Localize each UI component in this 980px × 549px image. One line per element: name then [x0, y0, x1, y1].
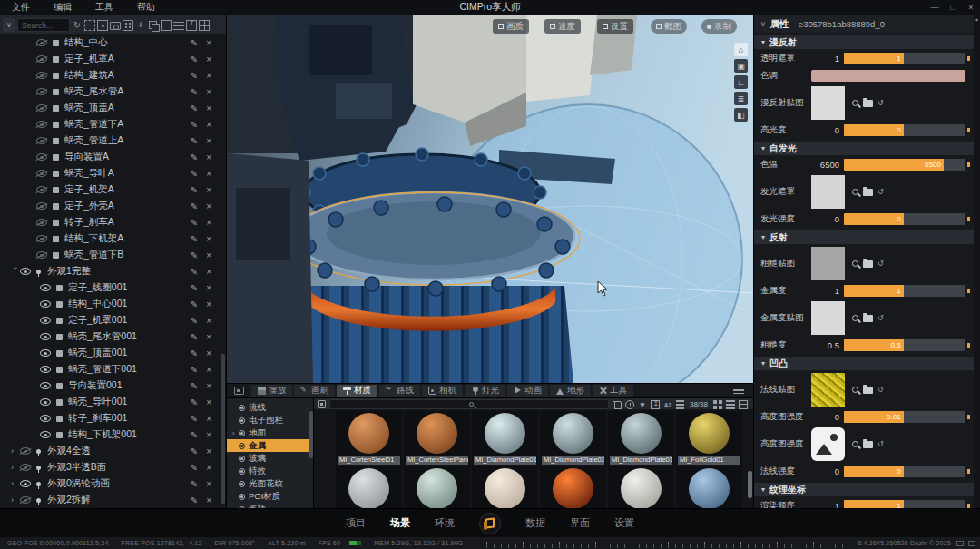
nav-item[interactable]: 场景 [390, 516, 410, 530]
visibility-eye-icon[interactable] [40, 431, 51, 438]
material-search-input[interactable] [329, 399, 609, 409]
delete-icon[interactable]: × [206, 87, 211, 97]
edit-icon[interactable]: ✎ [191, 87, 198, 97]
section-uv[interactable]: ▾ 纹理坐标 [754, 483, 974, 496]
material-tile[interactable]: MI_CortenSteelPane [404, 411, 470, 465]
tint-color-swatch[interactable] [811, 70, 965, 82]
reset-icon[interactable]: ↺ [877, 99, 884, 107]
mode-tab[interactable]: 动画 [507, 385, 548, 397]
folder-icon[interactable] [863, 260, 873, 268]
delete-icon[interactable]: × [206, 218, 211, 228]
viewport-overlay-button[interactable]: 录制 [701, 19, 737, 34]
edit-icon[interactable]: ✎ [191, 348, 198, 358]
edit-icon[interactable]: ✎ [191, 430, 198, 440]
sort-az-icon[interactable]: AZ [663, 400, 672, 409]
tab-list-icon[interactable] [733, 387, 744, 395]
menu-item[interactable]: 编辑 [42, 1, 83, 14]
material-node-icon[interactable] [318, 400, 326, 408]
material-tile[interactable]: MI_DiamondPlate02 [540, 411, 606, 465]
delete-icon[interactable]: × [206, 283, 211, 293]
browse-map-icon[interactable] [852, 315, 858, 321]
marquee-select-icon[interactable] [84, 20, 95, 31]
edit-icon[interactable]: ✎ [191, 479, 198, 489]
record-video-icon[interactable] [122, 20, 133, 31]
visibility-eye-icon[interactable] [36, 121, 47, 128]
delete-icon[interactable]: × [206, 414, 211, 424]
favorite-icon[interactable]: ♥ [638, 400, 647, 409]
visibility-eye-icon[interactable] [20, 464, 31, 471]
scroll-up-icon[interactable]: ▴ [974, 15, 980, 24]
menu-item[interactable]: 帮助 [125, 1, 167, 14]
visibility-eye-icon[interactable] [36, 202, 47, 210]
nav-item[interactable]: 环境 [435, 516, 455, 530]
delete-icon[interactable]: × [206, 446, 211, 456]
browse-map-icon[interactable] [852, 189, 858, 195]
viewport-3d[interactable]: 画质 速度 设置 截图 录制 [227, 15, 753, 383]
edit-icon[interactable]: ✎ [191, 446, 198, 456]
delete-icon[interactable]: × [206, 103, 211, 113]
mode-tab[interactable]: 工具 [593, 385, 633, 397]
reset-icon[interactable]: ↺ [877, 260, 884, 268]
delete-icon[interactable]: × [206, 381, 211, 391]
delete-icon[interactable]: × [206, 348, 211, 358]
filter-dropdown[interactable]: ∨ [3, 18, 15, 32]
visibility-eye-icon[interactable] [40, 284, 51, 291]
reset-icon[interactable]: ↺ [877, 314, 884, 322]
list-view-icon[interactable] [726, 400, 735, 409]
edit-icon[interactable]: ✎ [191, 201, 198, 211]
edit-icon[interactable]: ✎ [191, 463, 198, 473]
visibility-eye-icon[interactable] [40, 366, 51, 373]
visibility-eye-icon[interactable] [40, 333, 51, 340]
grid-view-icon[interactable] [713, 400, 722, 409]
edit-icon[interactable]: ✎ [191, 152, 198, 162]
visibility-eye-icon[interactable] [20, 268, 31, 275]
glow-strength-slider[interactable]: 0 [844, 213, 965, 225]
delete-icon[interactable]: × [206, 397, 211, 407]
tree-row[interactable]: › 外观2拆解 ✎ × [0, 492, 226, 508]
delete-icon[interactable]: × [206, 479, 211, 489]
sort-icon[interactable] [676, 400, 684, 409]
expand-arrow-icon[interactable]: › [11, 446, 20, 456]
tree-row[interactable]: › 外观4全透 ✎ × [0, 443, 226, 459]
viewport-overlay-button[interactable]: 速度 [544, 19, 581, 34]
visibility-eye-icon[interactable] [20, 447, 31, 455]
timeline-ruler[interactable] [486, 542, 848, 548]
close-button[interactable]: × [962, 3, 980, 12]
tree-row[interactable]: › 定子_机罩A ✎ × [0, 51, 226, 67]
collapse-chevron-icon[interactable]: ∨ [760, 20, 766, 28]
gizmo-icon[interactable]: ⌂ [734, 43, 748, 56]
browse-map-icon[interactable] [852, 441, 858, 447]
edit-icon[interactable]: ✎ [191, 283, 198, 293]
delete-icon[interactable]: × [206, 234, 211, 244]
material-category[interactable]: 玻璃 [227, 452, 313, 465]
display-icon[interactable]: ◧ [734, 108, 748, 122]
edit-icon[interactable]: ✎ [191, 397, 198, 407]
gloss-slider[interactable]: 0 [844, 124, 965, 136]
delete-icon[interactable]: × [206, 316, 211, 326]
edit-icon[interactable]: ✎ [191, 38, 198, 48]
material-tile[interactable] [336, 466, 402, 508]
grid-view-icon[interactable] [199, 20, 210, 31]
mode-tab[interactable]: 路线 [379, 385, 420, 397]
tree-row[interactable]: › 定子_线圈001 ✎ × [0, 279, 226, 296]
delete-icon[interactable]: × [206, 120, 211, 130]
nav-item[interactable]: 设置 [614, 516, 634, 530]
roughness-slider[interactable]: 0.5 [844, 339, 965, 351]
tree-row[interactable]: › 蜗壳_管道下B ✎ × [0, 247, 226, 263]
height-map-placeholder[interactable] [811, 427, 845, 461]
folder-icon[interactable] [863, 315, 873, 322]
tree-row[interactable]: › 导向装置001 ✎ × [0, 377, 226, 394]
visibility-eye-icon[interactable] [36, 39, 47, 46]
material-tile[interactable] [404, 466, 470, 508]
material-tile[interactable] [472, 466, 538, 508]
expand-arrow-icon[interactable]: › [11, 463, 20, 472]
browse-map-icon[interactable] [852, 100, 858, 106]
edit-icon[interactable]: ✎ [191, 332, 198, 342]
delete-icon[interactable]: × [206, 267, 211, 277]
folder-icon[interactable] [863, 189, 873, 196]
tree-row[interactable]: › 蜗壳_管道下A ✎ × [0, 116, 226, 132]
tree-row[interactable]: › 蜗壳_管道上A ✎ × [0, 132, 226, 149]
frame-icon[interactable] [161, 20, 172, 31]
duplicate-icon[interactable] [148, 20, 159, 31]
cube-icon[interactable]: ▣ [734, 59, 748, 73]
